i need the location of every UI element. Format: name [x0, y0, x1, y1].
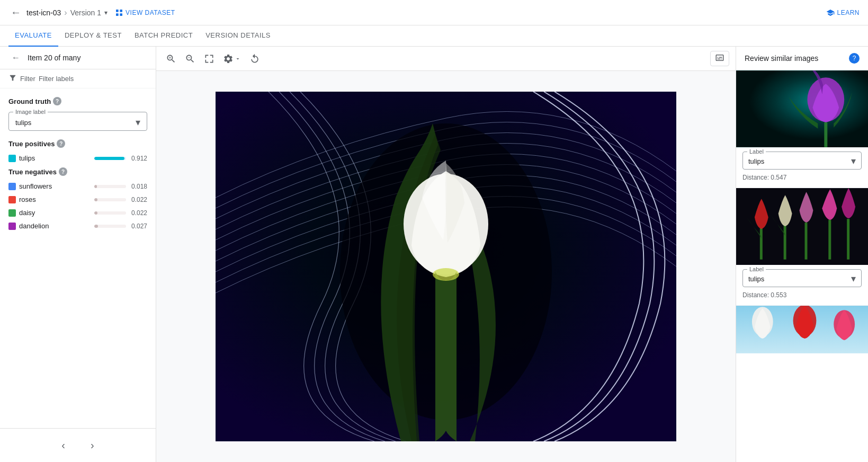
svg-rect-0	[116, 10, 119, 12]
zoom-in-button[interactable]	[163, 51, 180, 66]
background-swirl	[216, 92, 676, 441]
similar-label-field-1: Label tulips ▾	[742, 152, 862, 170]
svg-rect-2	[116, 13, 119, 16]
settings-caret-icon	[235, 56, 241, 62]
tab-version-details[interactable]: VERSION DETAILS	[199, 25, 277, 47]
breadcrumb: test-icn-03 › Version 1 ▾	[26, 8, 108, 17]
similar-image-thumb-1[interactable]	[736, 70, 868, 147]
metric-name: daisy	[19, 209, 94, 217]
similar-image-svg-2	[736, 188, 868, 265]
settings-icon	[223, 54, 234, 64]
filter-bar: Filter Filter labels	[0, 69, 156, 88]
svg-rect-14	[804, 223, 807, 260]
metric-value: 0.022	[130, 196, 147, 203]
true-positives-help-icon[interactable]: ?	[57, 139, 65, 148]
right-panel-header: Review similar images ?	[736, 47, 868, 70]
tab-deploy-test[interactable]: DEPLOY & TEST	[58, 25, 128, 47]
similar-label-dropdown-2[interactable]: tulips ▾	[748, 273, 856, 285]
metric-name: sunflowers	[19, 182, 94, 190]
similar-label-dropdown-1[interactable]: tulips ▾	[748, 155, 856, 167]
true-negatives-help-icon[interactable]: ?	[59, 167, 67, 176]
tab-batch-predict[interactable]: BATCH PREDICT	[128, 25, 199, 47]
tab-evaluate[interactable]: EVALUATE	[8, 25, 58, 47]
sidebar: ← Item 20 of many Filter Filter labels G…	[0, 47, 156, 462]
image-label-dropdown[interactable]: tulips ▾	[15, 117, 140, 128]
true-negatives-list: sunflowers 0.018 roses 0.022 daisy 0.022…	[8, 182, 147, 230]
undo-icon	[249, 54, 260, 64]
top-bar-right: LEARN	[826, 8, 860, 17]
metric-value: 0.912	[130, 155, 147, 162]
metric-name: tulips	[19, 154, 94, 162]
view-dataset-button[interactable]: VIEW DATASET	[111, 5, 180, 20]
similar-label-legend-1: Label	[747, 148, 766, 155]
metric-name: roses	[19, 196, 94, 203]
similar-image-thumb-3[interactable]	[736, 306, 868, 353]
distance-2: Distance: 0.553	[736, 289, 868, 305]
svg-rect-3	[120, 13, 122, 16]
true-positive-row: tulips 0.912	[8, 154, 147, 162]
svg-rect-12	[760, 228, 763, 260]
zoom-out-icon	[185, 54, 195, 64]
filter-labels-button[interactable]: Filter labels	[39, 75, 74, 83]
settings-button[interactable]	[220, 51, 244, 66]
tab-bar: EVALUATE DEPLOY & TEST BATCH PREDICT VER…	[0, 25, 868, 47]
similar-label-arrow-2: ▾	[851, 273, 856, 285]
prev-nav-button[interactable]: ‹	[57, 437, 69, 454]
learn-button[interactable]: LEARN	[826, 8, 860, 17]
undo-button[interactable]	[246, 51, 263, 66]
caption-button[interactable]	[710, 51, 729, 66]
similar-image-card-1: Label tulips ▾ Distance: 0.547	[736, 70, 868, 188]
metric-bar-container	[94, 225, 126, 228]
metric-color	[8, 209, 16, 217]
metric-name: dandelion	[19, 222, 94, 230]
metric-bar	[94, 157, 124, 160]
right-panel-help-icon[interactable]: ?	[849, 53, 860, 64]
version-label: Version 1	[70, 8, 101, 17]
similar-image-svg-1	[736, 70, 868, 147]
metric-bar	[94, 198, 97, 201]
similar-image-svg-3	[736, 306, 868, 353]
svg-rect-13	[784, 225, 786, 260]
filter-icon	[8, 74, 17, 84]
item-counter: Item 20 of many	[28, 54, 80, 62]
view-dataset-label: VIEW DATASET	[126, 9, 175, 16]
svg-rect-16	[847, 219, 849, 260]
ground-truth-title: Ground truth ?	[8, 97, 147, 105]
metric-bar	[94, 225, 98, 228]
distance-1: Distance: 0.547	[736, 172, 868, 188]
true-negative-row: daisy 0.022	[8, 209, 147, 217]
version-caret[interactable]: ▾	[104, 9, 108, 16]
top-bar: ← test-icn-03 › Version 1 ▾ VIEW DATASET…	[0, 0, 868, 25]
next-nav-button[interactable]: ›	[86, 437, 99, 454]
metric-bar-container	[94, 211, 126, 215]
metric-value: 0.022	[130, 209, 147, 217]
image-label-field: Image label tulips ▾	[8, 112, 147, 131]
main-image-canvas	[216, 92, 676, 441]
fit-image-button[interactable]	[201, 51, 218, 66]
fit-image-icon	[204, 54, 214, 64]
project-title: test-icn-03	[26, 8, 61, 17]
svg-rect-15	[828, 220, 831, 260]
metric-color	[8, 223, 16, 230]
image-area	[156, 47, 736, 462]
similar-label-value-1: tulips	[748, 157, 764, 165]
right-panel-title: Review similar images	[745, 54, 818, 63]
sidebar-header: ← Item 20 of many	[0, 47, 156, 69]
ground-truth-section: Ground truth ? Image label tulips ▾ True…	[0, 88, 156, 239]
back-button[interactable]: ←	[8, 4, 23, 21]
similar-image-thumb-2[interactable]	[736, 188, 868, 265]
zoom-out-button[interactable]	[182, 51, 199, 66]
metric-color	[8, 196, 16, 203]
similar-image-card-3	[736, 306, 868, 353]
metric-bar	[94, 185, 97, 188]
svg-rect-1	[120, 10, 122, 12]
metric-color	[8, 183, 16, 190]
ground-truth-help-icon[interactable]: ?	[53, 97, 61, 105]
filter-label[interactable]: Filter	[20, 75, 35, 83]
metric-bar	[94, 211, 97, 215]
svg-rect-8	[736, 70, 868, 147]
prev-item-button[interactable]: ←	[8, 52, 23, 64]
caption-icon	[715, 53, 724, 63]
image-label-value: tulips	[15, 119, 31, 127]
similar-image-card-2: Label tulips ▾ Distance: 0.553	[736, 188, 868, 305]
